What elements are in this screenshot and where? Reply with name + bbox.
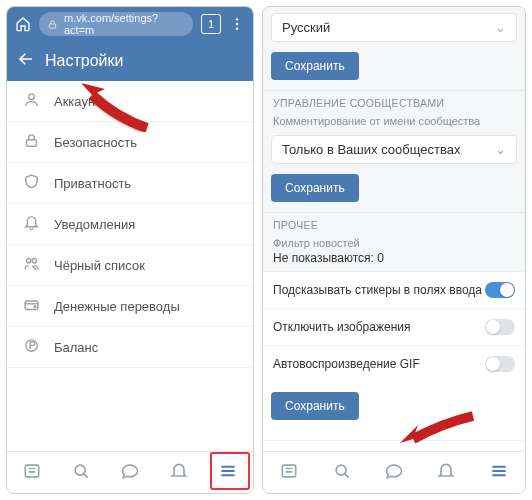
save-button-language[interactable]: Сохранить [271, 52, 359, 80]
sidebar-item-privacy[interactable]: Приватность [7, 163, 253, 203]
toggle-switch-off[interactable] [485, 356, 515, 372]
commenting-label: Комментирование от имени сообщества [263, 113, 525, 129]
delete-page-line: Вы можете удалить свою страницу. [263, 440, 525, 451]
settings-list: Аккаунт Безопасность Приватность Уведомл… [7, 81, 253, 451]
svg-rect-9 [25, 301, 38, 310]
tab-count[interactable]: 1 [201, 14, 221, 34]
nav-news-icon[interactable] [279, 461, 299, 485]
bottom-nav-right [263, 451, 525, 493]
nav-search-icon[interactable] [71, 461, 91, 485]
bottom-nav [7, 451, 253, 493]
home-icon[interactable] [15, 16, 31, 32]
svg-point-16 [75, 465, 85, 475]
nav-menu-icon[interactable] [489, 461, 509, 485]
toggle-stickers-label: Подсказывать стикеры в полях ввода [273, 283, 482, 297]
svg-point-3 [236, 27, 238, 29]
item-label: Денежные переводы [54, 299, 180, 314]
language-select[interactable]: Русский ⌄ [271, 13, 517, 42]
section-other-title: ПРОЧЕЕ [263, 213, 525, 235]
svg-point-10 [34, 306, 36, 308]
sidebar-item-balance[interactable]: Баланс [7, 327, 253, 367]
nav-messages-icon[interactable] [120, 461, 140, 485]
filter-label: Фильтр новостей [263, 235, 525, 251]
back-icon[interactable] [17, 50, 35, 72]
sidebar-item-account[interactable]: Аккаунт [7, 81, 253, 121]
language-value: Русский [282, 20, 330, 35]
commenting-select[interactable]: Только в Ваших сообществах ⌄ [271, 135, 517, 164]
sidebar-item-security[interactable]: Безопасность [7, 122, 253, 162]
url-bar[interactable]: m.vk.com/settings?act=m [39, 12, 193, 36]
toggle-gif-row[interactable]: Автовоспроизведение GIF [263, 345, 525, 382]
svg-point-4 [29, 94, 35, 100]
url-text: m.vk.com/settings?act=m [64, 12, 185, 36]
nav-news-icon[interactable] [22, 461, 42, 485]
nav-notifications-icon[interactable] [436, 461, 456, 485]
nav-menu-icon[interactable] [218, 461, 238, 485]
toggle-switch-off[interactable] [485, 319, 515, 335]
nav-search-icon[interactable] [332, 461, 352, 485]
svg-point-6 [27, 259, 31, 263]
right-phone: Русский ⌄ Сохранить УПРАВЛЕНИЕ СООБЩЕСТВ… [262, 6, 526, 494]
item-label: Аккаунт [54, 94, 101, 109]
lock-icon [23, 132, 40, 152]
sidebar-item-notifications[interactable]: Уведомления [7, 204, 253, 244]
toggle-stickers-row[interactable]: Подсказывать стикеры в полях ввода [263, 271, 525, 308]
balance-icon [23, 337, 40, 357]
item-label: Баланс [54, 340, 98, 355]
more-icon[interactable] [229, 16, 245, 32]
save-button-other[interactable]: Сохранить [271, 392, 359, 420]
filter-value[interactable]: Не показываются: 0 [263, 251, 525, 271]
svg-point-7 [32, 259, 36, 263]
svg-line-26 [344, 473, 348, 477]
item-label: Уведомления [54, 217, 135, 232]
nav-notifications-icon[interactable] [169, 461, 189, 485]
save-button-communities[interactable]: Сохранить [271, 174, 359, 202]
toggle-gif-label: Автовоспроизведение GIF [273, 357, 420, 371]
sidebar-item-transfers[interactable]: Денежные переводы [7, 286, 253, 326]
svg-line-17 [84, 473, 88, 477]
blocklist-icon [23, 255, 40, 275]
toggle-images-label: Отключить изображения [273, 320, 410, 334]
toggle-images-row[interactable]: Отключить изображения [263, 308, 525, 345]
lock-icon [47, 19, 58, 30]
sidebar-item-blacklist[interactable]: Чёрный список [7, 245, 253, 285]
bell-icon [23, 214, 40, 234]
svg-point-2 [236, 23, 238, 25]
svg-rect-0 [49, 24, 55, 28]
svg-point-25 [336, 465, 346, 475]
nav-messages-icon[interactable] [384, 461, 404, 485]
left-phone: m.vk.com/settings?act=m 1 Настройки Акка… [6, 6, 254, 494]
shield-icon [23, 173, 40, 193]
item-label: Безопасность [54, 135, 137, 150]
svg-rect-5 [27, 140, 37, 146]
wallet-icon [23, 296, 40, 316]
toggle-switch-on[interactable] [485, 282, 515, 298]
browser-bar: m.vk.com/settings?act=m 1 [7, 7, 253, 41]
chevron-down-icon: ⌄ [495, 142, 506, 157]
commenting-value: Только в Ваших сообществах [282, 142, 460, 157]
item-label: Приватность [54, 176, 131, 191]
section-communities-title: УПРАВЛЕНИЕ СООБЩЕСТВАМИ [263, 91, 525, 113]
header-title: Настройки [45, 52, 123, 70]
item-label: Чёрный список [54, 258, 145, 273]
svg-point-1 [236, 18, 238, 20]
user-icon [23, 91, 40, 111]
settings-scroll: Русский ⌄ Сохранить УПРАВЛЕНИЕ СООБЩЕСТВ… [263, 7, 525, 451]
chevron-down-icon: ⌄ [495, 20, 506, 35]
settings-header: Настройки [7, 41, 253, 81]
